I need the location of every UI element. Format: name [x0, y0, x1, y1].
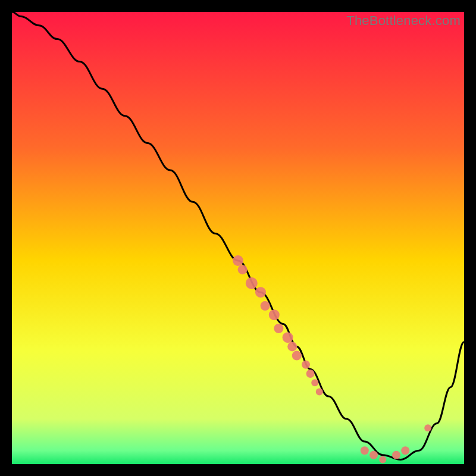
data-point: [316, 388, 323, 395]
data-point: [401, 446, 409, 455]
bottleneck-chart: [12, 12, 464, 464]
data-point: [274, 324, 283, 333]
data-point: [287, 342, 297, 351]
data-point: [361, 446, 369, 455]
chart-background: [12, 12, 464, 464]
data-point: [302, 361, 310, 369]
data-point: [292, 351, 302, 361]
data-point: [246, 277, 258, 289]
data-point: [283, 332, 293, 343]
data-point: [306, 369, 315, 378]
data-point: [255, 287, 266, 298]
data-point: [261, 301, 270, 311]
data-point: [379, 456, 386, 463]
data-point: [424, 424, 431, 431]
data-point: [233, 255, 243, 266]
data-point: [392, 451, 400, 459]
data-point: [238, 265, 248, 274]
data-point: [311, 379, 318, 386]
data-point: [269, 309, 280, 320]
data-point: [369, 451, 378, 459]
chart-frame: TheBottleneck.com: [12, 12, 464, 464]
